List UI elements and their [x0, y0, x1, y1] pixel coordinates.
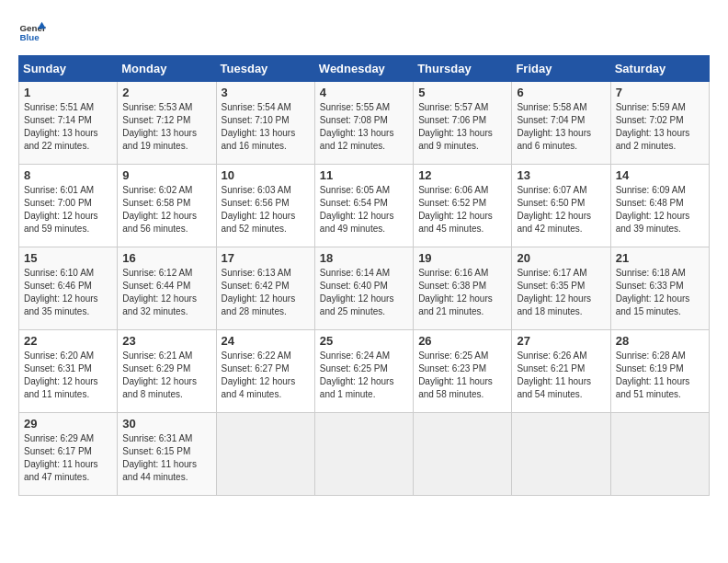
day-info: Sunrise: 6:31 AM Sunset: 6:15 PM Dayligh… [122, 432, 210, 484]
day-info: Sunrise: 5:57 AM Sunset: 7:06 PM Dayligh… [418, 101, 506, 153]
day-info: Sunrise: 6:28 AM Sunset: 6:19 PM Dayligh… [616, 350, 704, 401]
day-info: Sunrise: 6:20 AM Sunset: 6:31 PM Dayligh… [24, 350, 112, 401]
calendar-cell: 11Sunrise: 6:05 AM Sunset: 6:54 PM Dayli… [314, 165, 413, 247]
day-info: Sunrise: 6:03 AM Sunset: 6:56 PM Dayligh… [222, 184, 310, 236]
day-number: 11 [320, 168, 408, 182]
day-number: 22 [24, 334, 112, 348]
day-info: Sunrise: 6:07 AM Sunset: 6:50 PM Dayligh… [517, 184, 605, 236]
calendar-week-3: 15Sunrise: 6:10 AM Sunset: 6:46 PM Dayli… [19, 247, 710, 330]
day-number: 12 [418, 168, 506, 182]
calendar-cell [610, 413, 709, 496]
day-info: Sunrise: 6:01 AM Sunset: 7:00 PM Dayligh… [24, 184, 112, 236]
calendar-cell: 12Sunrise: 6:06 AM Sunset: 6:52 PM Dayli… [414, 165, 512, 247]
day-number: 1 [24, 86, 112, 99]
day-info: Sunrise: 5:51 AM Sunset: 7:14 PM Dayligh… [24, 101, 112, 153]
calendar-cell: 26Sunrise: 6:25 AM Sunset: 6:23 PM Dayli… [414, 330, 512, 413]
calendar-cell: 21Sunrise: 6:18 AM Sunset: 6:33 PM Dayli… [610, 247, 709, 330]
day-number: 3 [222, 86, 310, 99]
day-info: Sunrise: 6:29 AM Sunset: 6:17 PM Dayligh… [24, 432, 112, 484]
day-number: 24 [222, 334, 310, 348]
day-info: Sunrise: 5:59 AM Sunset: 7:02 PM Dayligh… [616, 101, 704, 153]
day-number: 20 [517, 251, 605, 265]
calendar-cell: 20Sunrise: 6:17 AM Sunset: 6:35 PM Dayli… [512, 247, 610, 330]
day-info: Sunrise: 6:02 AM Sunset: 6:58 PM Dayligh… [122, 184, 210, 236]
calendar-cell: 27Sunrise: 6:26 AM Sunset: 6:21 PM Dayli… [512, 330, 610, 413]
day-number: 10 [222, 168, 310, 182]
day-number: 23 [122, 334, 210, 348]
day-number: 30 [122, 417, 210, 431]
day-number: 4 [320, 86, 408, 99]
weekday-header-wednesday: Wednesday [314, 56, 413, 82]
day-info: Sunrise: 6:21 AM Sunset: 6:29 PM Dayligh… [122, 350, 210, 401]
logo-icon: General Blue [18, 18, 46, 46]
day-info: Sunrise: 6:25 AM Sunset: 6:23 PM Dayligh… [418, 350, 506, 401]
weekday-header-thursday: Thursday [414, 56, 512, 82]
calendar-cell [314, 413, 413, 496]
day-number: 5 [418, 86, 506, 99]
day-info: Sunrise: 6:05 AM Sunset: 6:54 PM Dayligh… [320, 184, 408, 236]
day-number: 26 [418, 334, 506, 348]
day-info: Sunrise: 5:55 AM Sunset: 7:08 PM Dayligh… [320, 101, 408, 153]
day-info: Sunrise: 5:58 AM Sunset: 7:04 PM Dayligh… [517, 101, 605, 153]
day-info: Sunrise: 6:12 AM Sunset: 6:44 PM Dayligh… [122, 267, 210, 318]
calendar-cell: 4Sunrise: 5:55 AM Sunset: 7:08 PM Daylig… [314, 82, 413, 165]
header: General Blue [18, 18, 710, 46]
calendar-cell [512, 413, 610, 496]
day-number: 13 [517, 168, 605, 182]
calendar-cell: 6Sunrise: 5:58 AM Sunset: 7:04 PM Daylig… [512, 82, 610, 165]
calendar-week-4: 22Sunrise: 6:20 AM Sunset: 6:31 PM Dayli… [19, 330, 710, 413]
day-info: Sunrise: 6:06 AM Sunset: 6:52 PM Dayligh… [418, 184, 506, 236]
day-info: Sunrise: 6:16 AM Sunset: 6:38 PM Dayligh… [418, 267, 506, 318]
day-number: 6 [517, 86, 605, 99]
day-number: 9 [122, 168, 210, 182]
day-info: Sunrise: 6:18 AM Sunset: 6:33 PM Dayligh… [616, 267, 704, 318]
svg-text:Blue: Blue [20, 32, 40, 42]
calendar-cell: 7Sunrise: 5:59 AM Sunset: 7:02 PM Daylig… [610, 82, 709, 165]
day-info: Sunrise: 6:24 AM Sunset: 6:25 PM Dayligh… [320, 350, 408, 401]
day-info: Sunrise: 6:13 AM Sunset: 6:42 PM Dayligh… [222, 267, 310, 318]
day-info: Sunrise: 6:09 AM Sunset: 6:48 PM Dayligh… [616, 184, 704, 236]
day-number: 17 [222, 251, 310, 265]
weekday-header-sunday: Sunday [19, 56, 118, 82]
calendar-cell: 18Sunrise: 6:14 AM Sunset: 6:40 PM Dayli… [314, 247, 413, 330]
calendar-cell: 10Sunrise: 6:03 AM Sunset: 6:56 PM Dayli… [216, 165, 314, 247]
calendar-cell [414, 413, 512, 496]
weekday-header-monday: Monday [118, 56, 216, 82]
day-info: Sunrise: 5:53 AM Sunset: 7:12 PM Dayligh… [122, 101, 210, 153]
day-number: 8 [24, 168, 112, 182]
calendar-cell: 30Sunrise: 6:31 AM Sunset: 6:15 PM Dayli… [118, 413, 216, 496]
calendar-cell: 15Sunrise: 6:10 AM Sunset: 6:46 PM Dayli… [19, 247, 118, 330]
day-info: Sunrise: 5:54 AM Sunset: 7:10 PM Dayligh… [222, 101, 310, 153]
weekday-header-friday: Friday [512, 56, 610, 82]
calendar-week-5: 29Sunrise: 6:29 AM Sunset: 6:17 PM Dayli… [19, 413, 710, 496]
day-number: 16 [122, 251, 210, 265]
logo: General Blue [18, 18, 46, 46]
day-number: 27 [517, 334, 605, 348]
weekday-header-tuesday: Tuesday [216, 56, 314, 82]
calendar-cell: 17Sunrise: 6:13 AM Sunset: 6:42 PM Dayli… [216, 247, 314, 330]
calendar-cell [216, 413, 314, 496]
day-number: 14 [616, 168, 704, 182]
calendar-cell: 13Sunrise: 6:07 AM Sunset: 6:50 PM Dayli… [512, 165, 610, 247]
calendar-cell: 19Sunrise: 6:16 AM Sunset: 6:38 PM Dayli… [414, 247, 512, 330]
calendar-cell: 8Sunrise: 6:01 AM Sunset: 7:00 PM Daylig… [19, 165, 118, 247]
calendar-cell: 5Sunrise: 5:57 AM Sunset: 7:06 PM Daylig… [414, 82, 512, 165]
calendar-cell: 3Sunrise: 5:54 AM Sunset: 7:10 PM Daylig… [216, 82, 314, 165]
calendar-week-1: 1Sunrise: 5:51 AM Sunset: 7:14 PM Daylig… [19, 82, 710, 165]
day-info: Sunrise: 6:14 AM Sunset: 6:40 PM Dayligh… [320, 267, 408, 318]
day-info: Sunrise: 6:26 AM Sunset: 6:21 PM Dayligh… [517, 350, 605, 401]
day-number: 28 [616, 334, 704, 348]
day-number: 7 [616, 86, 704, 99]
calendar-cell: 22Sunrise: 6:20 AM Sunset: 6:31 PM Dayli… [19, 330, 118, 413]
day-number: 15 [24, 251, 112, 265]
weekday-header-saturday: Saturday [610, 56, 709, 82]
calendar-table: SundayMondayTuesdayWednesdayThursdayFrid… [18, 55, 710, 496]
day-info: Sunrise: 6:10 AM Sunset: 6:46 PM Dayligh… [24, 267, 112, 318]
calendar-cell: 28Sunrise: 6:28 AM Sunset: 6:19 PM Dayli… [610, 330, 709, 413]
day-number: 18 [320, 251, 408, 265]
calendar-cell: 23Sunrise: 6:21 AM Sunset: 6:29 PM Dayli… [118, 330, 216, 413]
day-number: 21 [616, 251, 704, 265]
calendar-cell: 1Sunrise: 5:51 AM Sunset: 7:14 PM Daylig… [19, 82, 118, 165]
calendar-cell: 14Sunrise: 6:09 AM Sunset: 6:48 PM Dayli… [610, 165, 709, 247]
calendar-week-2: 8Sunrise: 6:01 AM Sunset: 7:00 PM Daylig… [19, 165, 710, 247]
